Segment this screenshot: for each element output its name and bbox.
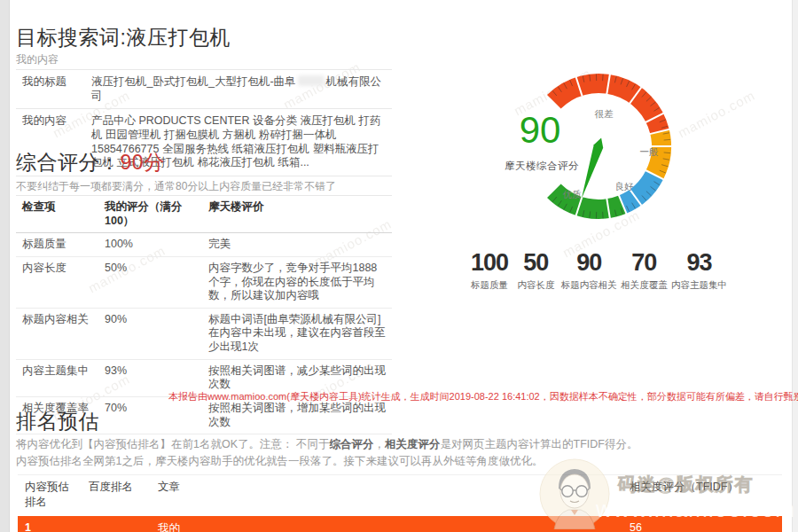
column-header: 内容预估排名 bbox=[18, 475, 82, 514]
intro-text: 是对网页主题内容计算出的TFIDF得分。 bbox=[441, 438, 638, 450]
seo-report-page: { "header": { "title": "目标搜索词:液压打包机", "s… bbox=[0, 0, 798, 532]
gauge-caption: 摩天楼综合评分 bbox=[505, 160, 579, 173]
page-title: 目标搜索词:液压打包机 bbox=[16, 24, 231, 51]
gauge-pivot bbox=[596, 144, 602, 150]
redacted-company-name bbox=[298, 75, 325, 86]
gauge-label-verybad: 很差 bbox=[595, 108, 614, 119]
my-title-text: 液压打包机_卧式打包机_大型打包机-曲阜 bbox=[91, 75, 296, 88]
ranking-heading: 排名预估 bbox=[16, 408, 99, 435]
gauge-band-good bbox=[619, 170, 663, 214]
intro-text: 将内容优化到【内容预估排名】在前1名就OK了。注意： 不同于 bbox=[16, 438, 330, 450]
article-name: 我的 bbox=[151, 516, 622, 532]
gauge-label-good: 良好 bbox=[615, 181, 635, 192]
column-header: 百度排名 bbox=[82, 475, 151, 514]
column-header: 文章 bbox=[151, 475, 622, 514]
column-header: 检查项 bbox=[16, 196, 98, 232]
metric-label: 内容主题集中 bbox=[671, 279, 727, 292]
metric-item: 70 相关度覆盖 bbox=[621, 251, 668, 292]
score-note: 不要纠结于每一项都要满分，通常80分以上内容质量已经非常不错了 bbox=[16, 179, 336, 194]
gauge-label-average: 一般 bbox=[640, 146, 660, 157]
column-header: 摩天楼评价 bbox=[202, 196, 392, 232]
ranking-table-header: 内容预估排名 百度排名 文章 相关度评分（TFIDF） bbox=[18, 474, 782, 514]
score-value-text: 90分 bbox=[121, 151, 165, 174]
my-title-value: 液压打包机_卧式打包机_大型打包机-曲阜机械有限公司 bbox=[85, 70, 392, 108]
diagonal-watermark: mamioo.com bbox=[676, 87, 758, 140]
report-disclaimer: 本报告由www.mamioo.com(摩天楼内容工具)统计生成，生成时间2019… bbox=[168, 390, 798, 403]
my-content-label: 我的内容 bbox=[16, 52, 59, 67]
ranking-intro: 将内容优化到【内容预估排名】在前1名就OK了。注意： 不同于综合评分，相关度评分… bbox=[16, 436, 782, 470]
gauge-score-value: 90 bbox=[511, 112, 569, 149]
predicted-rank: 1 bbox=[18, 516, 82, 532]
metric-item: 93 内容主题集中 bbox=[671, 251, 727, 292]
check-score: 100% bbox=[98, 233, 202, 256]
check-item: 标题质量 bbox=[16, 233, 98, 256]
metric-label: 标题质量 bbox=[468, 279, 511, 292]
row-label: 我的标题 bbox=[16, 70, 85, 108]
metric-value: 50 bbox=[514, 251, 557, 275]
ranking-table: 内容预估排名 百度排名 文章 相关度评分（TFIDF） 1 我的 56 bbox=[18, 474, 782, 532]
metric-label: 标题内容相关 bbox=[561, 279, 617, 292]
page-right-margin bbox=[792, 0, 798, 532]
metric-item: 90 标题内容相关 bbox=[561, 251, 617, 292]
tfidf-score: 56 bbox=[622, 516, 782, 532]
ranking-row-mine[interactable]: 1 我的 56 bbox=[18, 516, 782, 532]
check-comment: 标题中词语[曲阜荣源机械有限公司]在内容中未出现，建议在内容首段至少出现1次 bbox=[202, 309, 392, 359]
metric-item: 50 内容长度 bbox=[514, 251, 557, 292]
page-left-margin bbox=[0, 0, 10, 532]
score-table-header: 检查项 我的评分（满分100） 摩天楼评价 bbox=[16, 195, 392, 233]
metric-label: 内容长度 bbox=[514, 279, 557, 292]
column-header: 相关度评分（TFIDF） bbox=[622, 475, 782, 514]
table-row: 标题质量 100% 完美 bbox=[16, 233, 392, 257]
check-comment: 内容字数少了，竞争对手平均1888个字，你现在内容的长度低于平均数，所以建议加内… bbox=[202, 257, 392, 308]
metric-scores-row: 100 标题质量 50 内容长度 90 标题内容相关 70 相关度覆盖 93 内… bbox=[468, 251, 727, 292]
metric-value: 90 bbox=[561, 251, 617, 275]
intro-text: ， bbox=[374, 438, 386, 450]
ranking-intro-line2: 内容预估排名全网第1之后，摩天楼内容助手的优化就告一段落了。接下来建议可以再从外… bbox=[16, 453, 782, 470]
score-heading: 综合评分：90分 bbox=[16, 149, 165, 176]
score-heading-label: 综合评分： bbox=[16, 151, 121, 174]
table-row: 内容长度 50% 内容字数少了，竞争对手平均1888个字，你现在内容的长度低于平… bbox=[16, 257, 392, 309]
baidu-rank bbox=[82, 516, 151, 532]
metric-value: 100 bbox=[468, 251, 511, 275]
metric-value: 93 bbox=[671, 251, 727, 275]
table-row: 标题内容相关 90% 标题中词语[曲阜荣源机械有限公司]在内容中未出现，建议在内… bbox=[16, 309, 392, 360]
check-item: 内容主题集中 bbox=[16, 360, 98, 396]
ranking-intro-line1: 将内容优化到【内容预估排名】在前1名就OK了。注意： 不同于综合评分，相关度评分… bbox=[16, 436, 782, 453]
check-item: 内容长度 bbox=[16, 257, 98, 308]
metric-label: 相关度覆盖 bbox=[621, 279, 668, 292]
gauge-label-excellent: 优质 bbox=[563, 189, 583, 200]
metric-value: 70 bbox=[621, 251, 668, 275]
check-item: 标题内容相关 bbox=[16, 309, 98, 359]
check-score: 50% bbox=[98, 257, 202, 308]
check-score: 90% bbox=[98, 309, 202, 359]
check-comment: 完美 bbox=[202, 233, 392, 256]
intro-bold-text: 综合评分 bbox=[330, 438, 374, 450]
table-row: 我的标题 液压打包机_卧式打包机_大型打包机-曲阜机械有限公司 bbox=[16, 69, 392, 108]
intro-bold-text: 相关度评分 bbox=[385, 438, 441, 450]
metric-item: 100 标题质量 bbox=[468, 251, 511, 292]
column-header: 我的评分（满分100） bbox=[98, 196, 202, 232]
